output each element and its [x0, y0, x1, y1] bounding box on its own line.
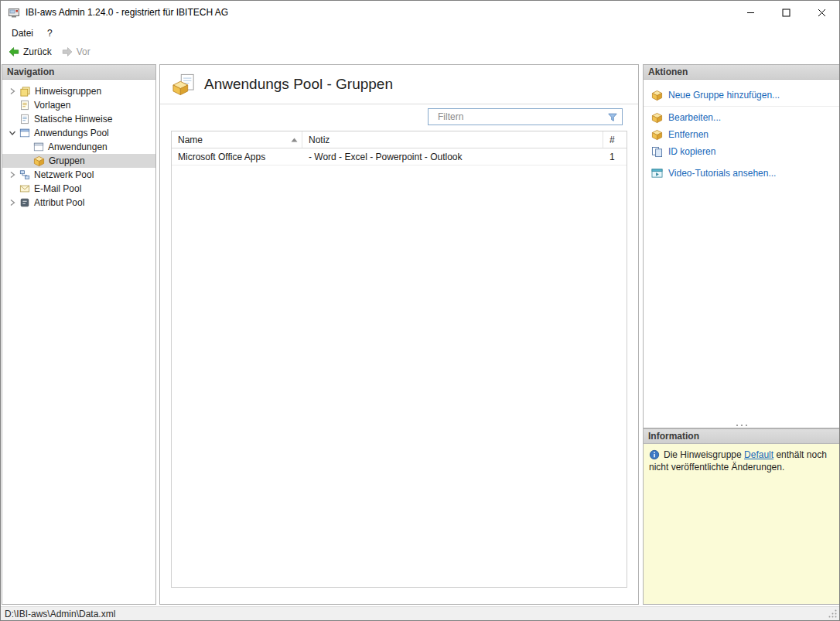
- nav-item-hinweisgruppen[interactable]: Hinweisgruppen: [2, 84, 155, 98]
- nav-item-label: Vorlagen: [34, 100, 70, 111]
- nav-item-email-pool[interactable]: E-Mail Pool: [2, 182, 155, 196]
- video-tutorials-action[interactable]: Video-Tutorials ansehen...: [644, 165, 839, 182]
- cell-name: Microsoft Office Apps: [172, 152, 302, 162]
- chevron-down-icon[interactable]: [5, 128, 19, 138]
- nav-item-label: Attribut Pool: [34, 197, 84, 208]
- table-header: Name Notiz #: [172, 131, 627, 148]
- nav-item-netzwerk-pool[interactable]: Netzwerk Pool: [2, 168, 155, 182]
- column-header-count[interactable]: #: [603, 131, 627, 148]
- copy-id-label: ID kopieren: [668, 146, 715, 157]
- information-body: Die Hinweisgruppe Default enthält noch n…: [644, 444, 839, 604]
- actions-panel-header: Aktionen: [644, 65, 839, 80]
- chevron-right-icon[interactable]: [5, 86, 19, 97]
- forward-button[interactable]: Vor: [58, 45, 95, 59]
- info-icon: [649, 449, 660, 460]
- groups-list: Name Notiz # Microsoft Office Apps - Wor…: [171, 131, 627, 588]
- window-title: IBI-aws Admin 1.24.0 - registriert für I…: [26, 7, 228, 18]
- copy-id-action[interactable]: ID kopieren: [644, 143, 839, 160]
- edit-group-label: Bearbeiten...: [668, 112, 721, 123]
- hint-group-icon: [19, 86, 31, 97]
- resize-grip-icon[interactable]: [828, 609, 838, 619]
- menu-help[interactable]: ?: [40, 24, 60, 43]
- information-panel: Information Die Hinweisgruppe Default en…: [643, 428, 840, 605]
- column-header-notiz[interactable]: Notiz: [302, 131, 603, 148]
- add-group-label: Neue Gruppe hinzufügen...: [668, 90, 780, 101]
- nav-item-label: E-Mail Pool: [34, 183, 81, 194]
- attribute-icon: [19, 197, 30, 208]
- template-icon: [19, 100, 30, 111]
- column-name-label: Name: [178, 135, 203, 145]
- panel-splitter-grip[interactable]: [734, 424, 750, 427]
- close-button[interactable]: [804, 1, 839, 24]
- nav-item-label: Statische Hinweise: [34, 114, 112, 125]
- menu-datei-label: Datei: [12, 28, 33, 39]
- action-separator: [644, 106, 839, 107]
- chevron-right-icon[interactable]: [5, 197, 19, 208]
- menu-datei[interactable]: Datei: [5, 24, 40, 43]
- column-header-name[interactable]: Name: [172, 131, 302, 148]
- nav-item-vorlagen[interactable]: Vorlagen: [2, 98, 155, 112]
- applications-icon: [19, 128, 30, 138]
- filter-box: [428, 108, 623, 125]
- toolbar: Zurück Vor: [1, 43, 839, 61]
- content-header: Anwendungs Pool - Gruppen: [160, 65, 638, 104]
- network-icon: [19, 169, 30, 180]
- chevron-right-icon[interactable]: [5, 169, 19, 180]
- app-window: IBI-aws Admin 1.24.0 - registriert für I…: [0, 0, 840, 621]
- filter-input[interactable]: [429, 109, 607, 125]
- remove-group-icon: [651, 129, 663, 141]
- maximize-button[interactable]: [768, 1, 804, 24]
- column-notiz-label: Notiz: [309, 135, 330, 145]
- nav-item-label: Anwendungen: [48, 142, 108, 152]
- titlebar: IBI-aws Admin 1.24.0 - registriert für I…: [1, 1, 839, 24]
- remove-group-label: Entfernen: [668, 129, 709, 140]
- remove-group-action[interactable]: Entfernen: [644, 126, 839, 143]
- forward-arrow-icon: [61, 46, 73, 57]
- menu-help-label: ?: [47, 28, 53, 39]
- default-group-link[interactable]: Default: [744, 449, 773, 460]
- app-icon: [8, 6, 20, 19]
- minimize-button[interactable]: [732, 1, 768, 24]
- nav-item-anwendungen[interactable]: Anwendungen: [2, 140, 155, 154]
- nav-item-anwendungs-pool[interactable]: Anwendungs Pool: [2, 126, 155, 140]
- column-count-label: #: [610, 135, 615, 145]
- actions-panel: Aktionen Neue Gruppe hinzufügen...: [643, 64, 840, 428]
- back-arrow-icon: [8, 46, 20, 57]
- nav-item-attribut-pool[interactable]: Attribut Pool: [2, 196, 155, 210]
- static-note-icon: [19, 114, 30, 125]
- window-controls: [732, 1, 839, 24]
- add-group-action[interactable]: Neue Gruppe hinzufügen...: [644, 87, 839, 104]
- back-button-label: Zurück: [23, 46, 52, 57]
- sort-ascending-icon: [291, 138, 298, 142]
- navigation-panel: Navigation Hinweisgruppen: [2, 64, 156, 605]
- edit-group-action[interactable]: Bearbeiten...: [644, 109, 839, 126]
- action-list: Neue Gruppe hinzufügen... Bearbeiten...: [644, 80, 839, 182]
- cell-count: 1: [603, 152, 627, 162]
- statusbar: D:\IBI-aws\Admin\Data.xml: [1, 606, 839, 620]
- page-title: Anwendungs Pool - Gruppen: [204, 76, 393, 93]
- application-window-icon: [33, 142, 44, 152]
- video-tutorials-label: Video-Tutorials ansehen...: [668, 168, 776, 179]
- statusbar-path: D:\IBI-aws\Admin\Data.xml: [5, 609, 115, 619]
- navigation-tree: Hinweisgruppen Vorlagen: [2, 80, 155, 210]
- nav-item-label: Hinweisgruppen: [35, 86, 101, 97]
- nav-item-label: Gruppen: [49, 155, 85, 166]
- actions-header-label: Aktionen: [648, 67, 688, 77]
- back-button[interactable]: Zurück: [5, 45, 56, 59]
- copy-icon: [651, 146, 663, 158]
- nav-item-label: Netzwerk Pool: [34, 169, 94, 180]
- nav-item-statische-hinweise[interactable]: Statische Hinweise: [2, 112, 155, 126]
- menubar: Datei ?: [1, 24, 839, 43]
- group-cube-icon: [33, 155, 45, 167]
- email-icon: [19, 183, 30, 194]
- navigation-header-label: Navigation: [7, 67, 54, 77]
- info-text-before: Die Hinweisgruppe: [664, 449, 744, 460]
- forward-button-label: Vor: [77, 46, 90, 57]
- cell-notiz: - Word - Excel - Powerpoint - Outlook: [302, 152, 603, 162]
- filter-funnel-icon[interactable]: [607, 112, 618, 122]
- information-header-label: Information: [648, 431, 699, 442]
- video-icon: [651, 168, 663, 179]
- nav-item-gruppen[interactable]: Gruppen: [2, 154, 155, 168]
- table-row[interactable]: Microsoft Office Apps - Word - Excel - P…: [172, 148, 627, 165]
- information-panel-header: Information: [644, 429, 839, 444]
